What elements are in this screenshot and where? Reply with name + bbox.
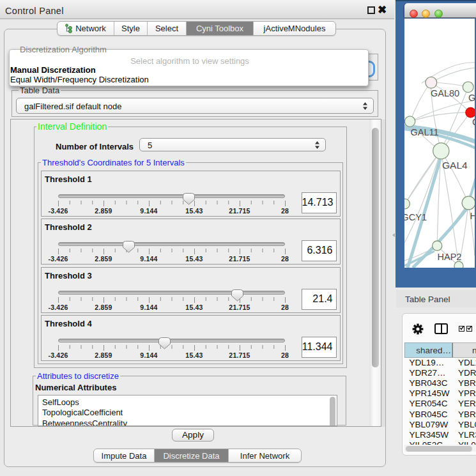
svg-text:C: C	[472, 117, 475, 127]
svg-text:GAL11: GAL11	[411, 127, 439, 137]
svg-text:GCY1: GCY1	[404, 212, 427, 222]
svg-text:H: H	[470, 211, 475, 221]
svg-text:GAL80: GAL80	[431, 88, 459, 98]
svg-text:HAP2: HAP2	[438, 252, 462, 262]
svg-text:GAL4: GAL4	[442, 160, 468, 171]
svg-text:GA: GA	[468, 93, 475, 103]
